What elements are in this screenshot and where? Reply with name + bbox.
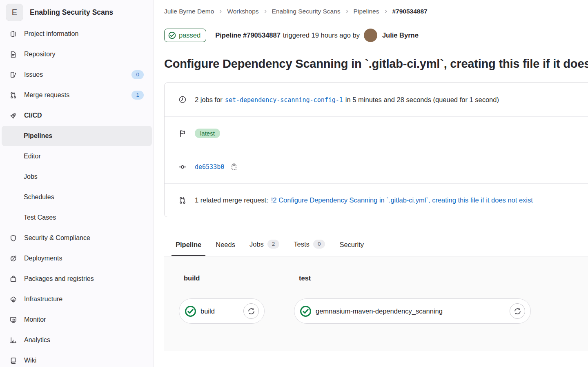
sidebar-item-label: Merge requests (24, 91, 69, 99)
related-mr-text: 1 related merge request:!2 Configure Dep… (195, 196, 533, 204)
stage-name: test (299, 274, 531, 282)
status-badge-label: passed (179, 31, 200, 39)
jobs-count-text: 2 jobs for (195, 96, 223, 103)
copy-commit-sha-icon[interactable] (230, 163, 238, 171)
merge-request-icon (179, 197, 186, 204)
job-pill-build[interactable]: build (179, 298, 265, 324)
sidebar-item-label: Analytics (24, 336, 50, 344)
author-name[interactable]: Julie Byrne (382, 31, 419, 39)
sidebar-item-analytics[interactable]: Analytics (0, 330, 154, 350)
jobs-duration-text: in 5 minutes and 28 seconds (queued for … (345, 96, 499, 103)
related-mr-prefix: 1 related merge request: (195, 196, 268, 204)
branch-link[interactable]: set-dependency-scanning-config-1 (225, 96, 343, 104)
issues-count-badge: 0 (131, 70, 144, 79)
jobs-summary-text: 2 jobs forset-dependency-scanning-config… (195, 96, 499, 104)
monitor-icon (10, 316, 17, 323)
commit-icon (179, 163, 186, 171)
sidebar-item-project-information[interactable]: Project information (0, 24, 154, 44)
latest-badge: latest (195, 129, 220, 138)
sidebar-item-label: Infrastructure (24, 296, 62, 303)
pipeline-graph: build build test gemnasium-maven-depende… (164, 256, 588, 351)
related-mr-row: 1 related merge request:!2 Configure Dep… (165, 183, 588, 217)
latest-badge-row: latest (165, 116, 588, 150)
sidebar-item-cicd[interactable]: CI/CD (0, 105, 154, 126)
tab-tests[interactable]: Tests 0 (290, 234, 329, 256)
sidebar-project-header[interactable]: E Enabling Security Scans (0, 0, 154, 24)
analytics-icon (10, 337, 17, 344)
merge-request-icon (10, 92, 17, 99)
sidebar-item-deployments[interactable]: Deployments (0, 248, 154, 269)
tab-label: Needs (216, 241, 235, 249)
sidebar-item-wiki[interactable]: Wiki (0, 350, 154, 367)
sidebar-item-merge-requests[interactable]: Merge requests 1 (0, 85, 154, 105)
tab-label: Jobs (249, 240, 264, 248)
stage-build: build build (179, 274, 265, 351)
sidebar-subitem-label: Jobs (24, 173, 38, 180)
tab-label: Security (339, 241, 364, 249)
deployments-icon (10, 255, 17, 262)
sidebar-item-label: Wiki (24, 357, 36, 364)
sidebar-item-security-compliance[interactable]: Security & Compliance (0, 228, 154, 248)
cloud-gear-icon (10, 296, 17, 303)
tab-needs[interactable]: Needs (212, 235, 239, 256)
chevron-right-icon (345, 9, 349, 13)
sidebar-item-label: Security & Compliance (24, 234, 90, 242)
sidebar-item-infrastructure[interactable]: Infrastructure (0, 289, 154, 309)
breadcrumb-link[interactable]: Julie Byrne Demo (164, 8, 214, 15)
related-mr-link[interactable]: !2 Configure Dependency Scanning in `.gi… (271, 196, 533, 204)
clock-icon (179, 96, 186, 103)
sidebar-subitem-label: Schedules (24, 194, 54, 201)
sidebar-item-issues[interactable]: Issues 0 (0, 65, 154, 85)
job-passed-icon (300, 305, 312, 317)
sidebar-nav: Project information Repository Issues 0 … (0, 24, 154, 367)
repository-icon (10, 51, 17, 58)
package-icon (10, 276, 17, 282)
merge-requests-count-badge: 1 (131, 91, 144, 100)
sidebar-item-label: Issues (24, 71, 43, 78)
breadcrumb: Julie Byrne Demo Workshops Enabling Secu… (164, 0, 588, 15)
sidebar-item-label: Packages and registries (24, 275, 94, 282)
author-avatar[interactable] (364, 29, 377, 42)
pipeline-tabs: Pipeline Needs Jobs 2 Tests 0 Security (164, 234, 588, 256)
stage-test: test gemnasium-maven-dependency_scanning (294, 274, 531, 351)
breadcrumb-link[interactable]: Enabling Security Scans (272, 8, 341, 15)
retry-job-button[interactable] (243, 303, 259, 319)
sidebar-item-jobs[interactable]: Jobs (0, 167, 154, 187)
sidebar-item-editor[interactable]: Editor (0, 146, 154, 167)
sidebar-item-pipelines[interactable]: Pipelines (2, 126, 152, 146)
pipeline-status-badge[interactable]: passed (164, 29, 206, 42)
flag-icon (179, 130, 186, 137)
project-avatar[interactable]: E (6, 4, 23, 21)
job-passed-icon (185, 305, 196, 317)
stage-name: build (184, 274, 265, 282)
main-content: Julie Byrne Demo Workshops Enabling Secu… (154, 0, 588, 367)
job-pill-gemnasium[interactable]: gemnasium-maven-dependency_scanning (294, 298, 531, 324)
pipeline-trigger-text: Pipeline #790534887 triggered 19 hours a… (215, 31, 360, 39)
job-name: build (200, 307, 239, 315)
project-title: Enabling Security Scans (30, 8, 113, 17)
sidebar-item-label: CI/CD (24, 112, 42, 119)
project-information-icon (10, 31, 17, 38)
tab-jobs[interactable]: Jobs 2 (245, 234, 283, 256)
chevron-right-icon (263, 9, 267, 13)
sidebar-item-label: Deployments (24, 255, 62, 262)
retry-job-button[interactable] (510, 303, 525, 319)
sidebar-item-schedules[interactable]: Schedules (0, 187, 154, 207)
breadcrumb-link[interactable]: Pipelines (354, 8, 379, 15)
sidebar-item-monitor[interactable]: Monitor (0, 309, 154, 330)
tab-pipeline[interactable]: Pipeline (172, 235, 205, 256)
pipeline-status-row: passed Pipeline #790534887 triggered 19 … (164, 29, 588, 42)
project-sidebar: E Enabling Security Scans Project inform… (0, 0, 154, 367)
commit-sha-link[interactable]: de6533b0 (195, 163, 224, 171)
breadcrumb-link[interactable]: Workshops (227, 8, 258, 15)
sidebar-item-label: Monitor (24, 316, 46, 323)
sidebar-item-test-cases[interactable]: Test Cases (0, 207, 154, 228)
sidebar-item-label: Project information (24, 30, 78, 38)
pipeline-details-card: 2 jobs forset-dependency-scanning-config… (164, 82, 588, 217)
sidebar-item-packages-registries[interactable]: Packages and registries (0, 269, 154, 289)
pipeline-title: Configure Dependency Scanning in `.gitla… (164, 57, 588, 71)
job-name: gemnasium-maven-dependency_scanning (316, 307, 506, 315)
tab-security[interactable]: Security (335, 235, 368, 256)
sidebar-item-repository[interactable]: Repository (0, 44, 154, 65)
sidebar-subitem-label: Test Cases (24, 214, 56, 221)
